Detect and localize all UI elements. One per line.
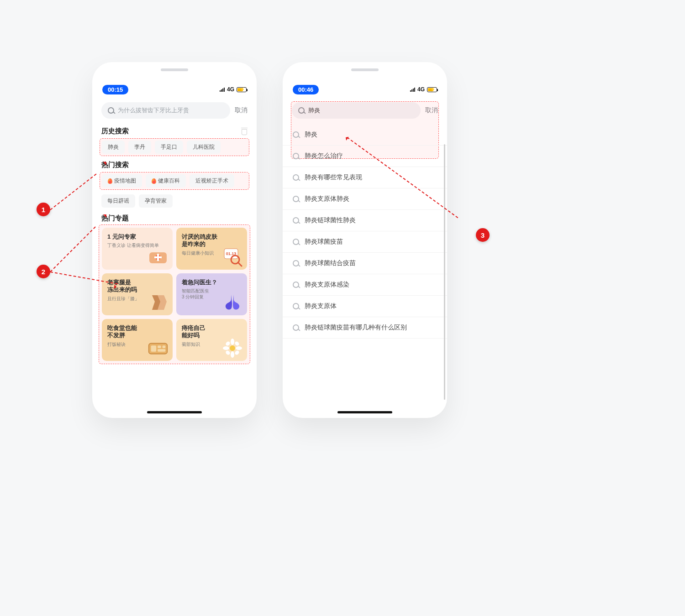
content-area: 历史搜索 肺炎 李丹 手足口 儿科医院 热门搜索 疫情地图 健康百科 近视矫正手…: [92, 124, 257, 404]
hot-chip[interactable]: 健康百科: [146, 174, 186, 188]
status-right: 4G ⚡: [220, 86, 247, 93]
suggestion-text: 肺炎: [305, 131, 317, 139]
svg-rect-11: [163, 345, 166, 348]
history-chip[interactable]: 手足口: [155, 141, 183, 154]
status-bar: 00:46 4G ⚡: [283, 83, 447, 96]
chip-label: 近视矫正手术: [195, 177, 228, 185]
svg-point-18: [225, 341, 231, 347]
svg-point-14: [231, 339, 234, 345]
annotation-badge-1: 1: [37, 203, 50, 216]
hot-search-row1: 疫情地图 健康百科 近视矫正手术: [102, 174, 247, 188]
chip-label: 孕育管家: [145, 197, 167, 205]
status-time: 00:46: [293, 85, 319, 94]
history-chip[interactable]: 肺炎: [102, 141, 125, 154]
topic-card[interactable]: 着急问医生？ 智能匹配医生 3 分钟回复: [176, 273, 247, 315]
status-bar: 00:15 4G ⚡: [92, 83, 257, 96]
history-chip[interactable]: 李丹: [128, 141, 151, 154]
search-row: 肺炎 取消: [292, 102, 438, 119]
arrow-head-icon: [114, 284, 119, 290]
suggestion-item[interactable]: 肺炎支原体: [283, 296, 447, 317]
hot-search-header: 热门搜索: [101, 161, 248, 169]
home-indicator: [337, 411, 392, 413]
svg-point-20: [225, 350, 231, 356]
signal-icon: [410, 87, 415, 92]
search-icon: [293, 174, 299, 181]
hot-search-highlight: 疫情地图 健康百科 近视矫正手术: [100, 172, 249, 190]
search-row: 为什么拔智齿下牙比上牙贵 取消: [101, 102, 248, 119]
suggestion-item[interactable]: 肺炎球菌疫苗: [283, 231, 447, 253]
suggestion-item[interactable]: 肺炎链球菌性肺炎: [283, 210, 447, 231]
topic-title: 1 元问专家: [107, 233, 167, 240]
cancel-button[interactable]: 取消: [235, 106, 248, 115]
suggestion-item[interactable]: 肺炎怎么治疗: [283, 146, 447, 167]
hot-chip[interactable]: 孕育管家: [139, 194, 173, 208]
suggestion-text: 肺炎支原体感染: [305, 281, 349, 289]
suggestion-item[interactable]: 肺炎: [283, 124, 447, 146]
search-placeholder: 为什么拔智齿下牙比上牙贵: [118, 106, 189, 115]
svg-point-19: [234, 341, 240, 347]
card-icon-knee: [147, 292, 169, 313]
suggestion-item[interactable]: 肺炎有哪些常见表现: [283, 167, 447, 188]
topic-card[interactable]: 讨厌的鸡皮肤 是咋来的 每日健康小知识 01.13: [176, 228, 247, 270]
network-label: 4G: [227, 86, 234, 93]
history-chip[interactable]: 儿科医院: [187, 141, 221, 154]
battery-icon: ⚡: [237, 87, 247, 92]
annotation-badge-2: 2: [37, 265, 50, 278]
battery-icon: ⚡: [427, 87, 437, 92]
svg-rect-12: [158, 349, 165, 352]
suggestion-list: 肺炎 肺炎怎么治疗 肺炎有哪些常见表现 肺炎支原体肺炎 肺炎链球菌性肺炎 肺炎球…: [283, 124, 447, 404]
suggestion-item[interactable]: 肺炎链球菌疫苗有哪几种有什么区别: [283, 317, 447, 339]
svg-point-15: [231, 351, 234, 358]
search-icon: [293, 303, 299, 309]
svg-rect-3: [154, 256, 162, 258]
hot-chip[interactable]: 每日辟谣: [101, 194, 135, 208]
scrollbar[interactable]: [444, 144, 445, 400]
suggestion-item[interactable]: 肺炎支原体感染: [283, 274, 447, 296]
hot-chip[interactable]: 近视矫正手术: [190, 174, 234, 188]
svg-rect-10: [158, 345, 161, 348]
home-indicator: [147, 411, 202, 413]
canvas: 00:15 4G ⚡ 为什么拔智齿下牙比上牙贵 取消 历史搜索 肺炎: [0, 0, 685, 616]
card-icon-flower: [221, 338, 243, 358]
card-icon-clinic: [147, 247, 169, 267]
card-icon-tray: [147, 338, 169, 358]
topic-title: 痔疮自己 能好吗: [182, 324, 242, 339]
search-icon: [293, 260, 299, 266]
hot-search-row2: 每日辟谣 孕育管家: [101, 194, 248, 208]
suggestion-text: 肺炎链球菌疫苗有哪几种有什么区别: [305, 324, 407, 332]
topic-card[interactable]: 痔疮自己 能好吗 菊部知识: [176, 319, 247, 361]
search-icon: [293, 324, 299, 331]
history-chip-row: 肺炎 李丹 手足口 儿科医院: [102, 141, 247, 154]
search-icon: [293, 282, 299, 288]
topic-card[interactable]: 老寒腿是 冻出来的吗 且行且珍「膝」: [102, 273, 173, 315]
topic-title: 吃食堂也能 不发胖: [107, 324, 167, 339]
card-icon-lungs: [221, 292, 243, 313]
suggestion-item[interactable]: 肺炎球菌结合疫苗: [283, 253, 447, 274]
history-title: 历史搜索: [101, 127, 129, 136]
search-input[interactable]: 为什么拔智齿下牙比上牙贵: [101, 102, 230, 119]
svg-point-17: [236, 346, 242, 350]
network-label: 4G: [417, 86, 425, 93]
hot-chip[interactable]: 疫情地图: [102, 174, 142, 188]
suggestion-text: 肺炎支原体肺炎: [305, 195, 349, 203]
topic-card[interactable]: 1 元问专家 丁香义诊 让看病变得简单: [102, 228, 173, 270]
chip-label: 疫情地图: [114, 177, 136, 185]
suggestion-text: 肺炎有哪些常见表现: [305, 173, 362, 182]
search-icon: [293, 131, 299, 138]
svg-point-13: [230, 345, 235, 351]
search-icon: [298, 107, 305, 114]
phone-search-suggest: 00:46 4G ⚡ 肺炎 取消 肺炎 肺炎怎么治疗 肺炎有哪些常见表现 肺炎支…: [283, 62, 447, 418]
hot-topics-header: 热门专题: [101, 214, 248, 223]
trash-icon[interactable]: [241, 128, 248, 135]
search-icon: [293, 196, 299, 202]
search-input[interactable]: 肺炎: [292, 102, 421, 119]
topic-card[interactable]: 吃食堂也能 不发胖 打饭秘诀: [102, 319, 173, 361]
status-right: 4G ⚡: [410, 86, 437, 93]
annotation-arrow: [50, 226, 95, 272]
cancel-button[interactable]: 取消: [425, 106, 438, 115]
annotation-badge-3: 3: [476, 228, 490, 242]
notch: [161, 68, 188, 71]
topic-title: 着急问医生？: [182, 279, 242, 286]
status-time: 00:15: [102, 85, 128, 94]
phone-search-landing: 00:15 4G ⚡ 为什么拔智齿下牙比上牙贵 取消 历史搜索 肺炎: [92, 62, 257, 418]
